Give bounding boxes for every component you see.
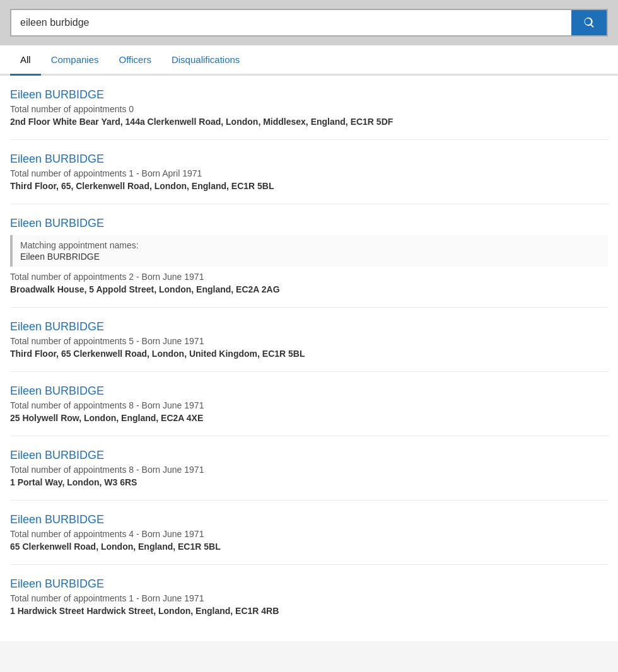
tab-disqualifications[interactable]: Disqualifications: [161, 45, 250, 76]
matching-value: Eileen BURBRIDGE: [20, 252, 600, 262]
result-address: Third Floor, 65 Clerkenwell Road, London…: [10, 349, 608, 359]
search-button[interactable]: [571, 10, 607, 35]
search-icon: [583, 16, 595, 29]
result-meta: Total number of appointments 1 - Born Ju…: [10, 593, 608, 603]
list-item: Eileen BURBIDGE Total number of appointm…: [10, 372, 608, 436]
result-name[interactable]: Eileen BURBIDGE: [10, 88, 608, 101]
tab-companies[interactable]: Companies: [41, 45, 109, 76]
list-item: Eileen BURBIDGE Total number of appointm…: [10, 76, 608, 140]
result-meta: Total number of appointments 5 - Born Ju…: [10, 336, 608, 346]
result-name[interactable]: Eileen BURBIDGE: [10, 320, 608, 333]
result-address: 2nd Floor White Bear Yard, 144a Clerkenw…: [10, 117, 608, 127]
result-address: 65 Clerkenwell Road, London, England, EC…: [10, 542, 608, 552]
list-item: Eileen BURBIDGE Total number of appointm…: [10, 436, 608, 501]
search-bar-section: [0, 0, 618, 45]
matching-block: Matching appointment names: Eileen BURBR…: [10, 235, 608, 267]
tab-all[interactable]: All: [10, 45, 41, 76]
search-input[interactable]: [11, 10, 571, 35]
result-name[interactable]: Eileen BURBIDGE: [10, 385, 608, 398]
result-address: 25 Holywell Row, London, England, EC2A 4…: [10, 413, 608, 423]
tabs-section: All Companies Officers Disqualifications: [0, 45, 618, 76]
search-input-wrapper: [10, 9, 608, 37]
result-address: 1 Hardwick Street Hardwick Street, Londo…: [10, 606, 608, 616]
result-name[interactable]: Eileen BURBIDGE: [10, 513, 608, 526]
result-meta: Total number of appointments 8 - Born Ju…: [10, 400, 608, 410]
result-name[interactable]: Eileen BURBIDGE: [10, 153, 608, 166]
list-item: Eileen BURBIDGE Total number of appointm…: [10, 501, 608, 565]
result-meta: Total number of appointments 2 - Born Ju…: [10, 272, 608, 282]
result-name[interactable]: Eileen BURBIDGE: [10, 577, 608, 591]
result-address: Broadwalk House, 5 Appold Street, London…: [10, 284, 608, 294]
result-address: Third Floor, 65, Clerkenwell Road, Londo…: [10, 181, 608, 191]
list-item: Eileen BURBIDGE Matching appointment nam…: [10, 204, 608, 308]
result-name[interactable]: Eileen BURBIDGE: [10, 217, 608, 230]
results-section: Eileen BURBIDGE Total number of appointm…: [0, 76, 618, 641]
matching-label: Matching appointment names:: [20, 240, 600, 250]
result-name[interactable]: Eileen BURBIDGE: [10, 449, 608, 462]
result-meta: Total number of appointments 0: [10, 104, 608, 114]
result-meta: Total number of appointments 8 - Born Ju…: [10, 465, 608, 475]
result-meta: Total number of appointments 4 - Born Ju…: [10, 529, 608, 539]
list-item: Eileen BURBIDGE Total number of appointm…: [10, 308, 608, 372]
list-item: Eileen BURBIDGE Total number of appointm…: [10, 140, 608, 204]
tab-officers[interactable]: Officers: [109, 45, 161, 76]
result-address: 1 Portal Way, London, W3 6RS: [10, 477, 608, 487]
result-meta: Total number of appointments 1 - Born Ap…: [10, 168, 608, 178]
list-item: Eileen BURBIDGE Total number of appointm…: [10, 565, 608, 629]
